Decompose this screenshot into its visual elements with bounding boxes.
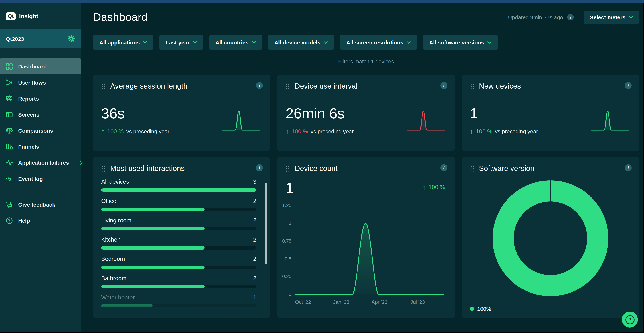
- bar-track: [101, 266, 256, 269]
- legend-label: 100%: [477, 306, 491, 312]
- y-axis-tick: 0.75: [278, 238, 292, 244]
- updated-info-icon[interactable]: i: [567, 14, 574, 21]
- card-title: Average session length: [110, 82, 188, 90]
- sidebar-divider: [0, 193, 81, 193]
- sparkline-chart: [590, 108, 630, 134]
- filter-all-countries[interactable]: All countries: [209, 35, 262, 50]
- qt-logo: Qt: [6, 13, 16, 21]
- sidebar-item-user-flows[interactable]: User flows: [0, 74, 81, 90]
- kpi-value: 1: [470, 105, 478, 122]
- window-title-bar: [0, 0, 644, 3]
- kpi-value: 36s: [101, 105, 125, 122]
- drag-handle-icon[interactable]: [101, 165, 105, 172]
- main-content: Dashboard Updated 9min 37s ago i Select …: [81, 3, 644, 332]
- sidebar-item-comparisons[interactable]: Comparisons: [0, 122, 81, 138]
- sidebar-item-label: Dashboard: [18, 63, 47, 69]
- list-item: Kitchen2: [101, 236, 256, 250]
- trend-up-icon: ↑: [423, 183, 426, 191]
- kpi-delta: ↑ 100 % vs preceding year: [286, 128, 354, 135]
- project-selector[interactable]: Qt2023: [0, 29, 81, 48]
- kpi-delta: ↑ 100 % vs preceding year: [470, 128, 538, 135]
- list-item: Water heater1: [101, 294, 256, 307]
- filter-all-screen-resolutions[interactable]: All screen resolutions: [340, 35, 417, 50]
- bar-fill: [101, 304, 152, 307]
- chevron-down-icon: [252, 41, 256, 44]
- x-axis-tick: Apr '23: [367, 299, 392, 305]
- select-meters-button[interactable]: Select meters: [584, 11, 639, 24]
- filter-all-applications[interactable]: All applications: [93, 35, 153, 50]
- sidebar-item-dashboard[interactable]: Dashboard: [0, 58, 81, 74]
- card-title: New devices: [479, 82, 521, 90]
- drag-handle-icon[interactable]: [101, 83, 105, 89]
- select-meters-label: Select meters: [590, 14, 626, 20]
- y-axis-tick: 0: [278, 291, 292, 297]
- chevron-down-icon: [629, 16, 633, 19]
- chart-legend: 100%: [470, 306, 491, 312]
- info-icon[interactable]: i: [440, 82, 447, 89]
- info-icon[interactable]: i: [625, 82, 632, 89]
- list-item: All devices3: [101, 179, 256, 192]
- x-axis-tick: Jul '23: [405, 299, 430, 305]
- sidebar-item-application-failures[interactable]: Application failures: [0, 154, 81, 171]
- donut-segment-gap: [550, 180, 550, 201]
- card-device-count: Device count i 1 ↑ 100 % 1.25 1 0.75 0.5…: [278, 157, 455, 318]
- feedback-icon: [5, 200, 13, 208]
- drag-handle-icon[interactable]: [286, 83, 290, 89]
- application-failures-icon: [5, 158, 13, 167]
- area-chart: [294, 204, 445, 296]
- bar-fill: [101, 188, 256, 192]
- filter-all-device-models[interactable]: All device models: [268, 35, 334, 50]
- sidebar-item-funnels[interactable]: Funnels: [0, 138, 81, 154]
- sidebar-item-screens[interactable]: Screens: [0, 106, 81, 122]
- bar-fill: [101, 246, 204, 250]
- info-icon[interactable]: i: [625, 164, 632, 171]
- filter-all-software-versions[interactable]: All software versions: [423, 35, 498, 50]
- gear-icon[interactable]: [67, 35, 75, 43]
- chevron-down-icon: [143, 41, 147, 44]
- dashboard-icon: [5, 62, 13, 70]
- info-icon[interactable]: i: [440, 164, 447, 171]
- filter-time-range[interactable]: Last year: [160, 35, 203, 50]
- drag-handle-icon[interactable]: [286, 165, 290, 172]
- funnels-icon: [5, 142, 13, 150]
- y-axis-tick: 0.5: [278, 256, 292, 262]
- screens-icon: [5, 110, 13, 118]
- sidebar-item-give-feedback[interactable]: Give feedback: [0, 196, 81, 212]
- kpi-delta: ↑ 100 % vs preceding year: [101, 128, 170, 135]
- updated-timestamp: Updated 9min 37s ago: [508, 14, 563, 20]
- question-mark-icon: ?: [625, 315, 634, 324]
- sidebar-item-label: Funnels: [18, 143, 39, 150]
- cards-grid: Average session length i 36s ↑ 100 % vs …: [93, 75, 639, 318]
- list-item: Living room2: [101, 217, 256, 230]
- help-floating-button[interactable]: ?: [622, 311, 638, 327]
- bar-fill: [101, 227, 204, 230]
- card-title: Device count: [295, 164, 338, 173]
- y-axis-tick: 0.25: [278, 274, 292, 279]
- sidebar-item-label: Comparisons: [18, 127, 53, 134]
- bar-track: [101, 304, 256, 307]
- x-axis-tick: Jan '23: [328, 299, 354, 305]
- sparkline-chart: [221, 108, 262, 134]
- interactions-list: All devices3 Office2 Living room2 K: [101, 179, 262, 307]
- bar-track: [101, 285, 256, 288]
- sparkline-chart: [405, 108, 446, 134]
- card-most-used-interactions: Most used interactions i All devices3 Of…: [93, 157, 270, 318]
- app-window: Qt Insight Qt2023: [0, 0, 644, 333]
- bar-fill: [101, 208, 204, 211]
- card-title: Device use interval: [295, 82, 358, 90]
- kpi-value: 1: [286, 180, 294, 196]
- drag-handle-icon[interactable]: [470, 83, 474, 89]
- list-item: Office2: [101, 198, 256, 211]
- kpi-delta: ↑ 100 %: [423, 183, 445, 191]
- event-log-icon: [5, 175, 13, 183]
- sidebar-item-event-log[interactable]: Event log: [0, 171, 81, 187]
- card-average-session-length: Average session length i 36s ↑ 100 % vs …: [93, 75, 270, 151]
- page-title: Dashboard: [93, 11, 148, 23]
- scrollbar-thumb[interactable]: [265, 183, 268, 264]
- sidebar-item-reports[interactable]: Reports: [0, 90, 81, 106]
- drag-handle-icon[interactable]: [470, 165, 474, 172]
- x-axis-tick: Oct '22: [290, 299, 316, 305]
- comparisons-icon: [5, 126, 13, 134]
- sidebar-item-label: User flows: [18, 79, 46, 85]
- sidebar-item-help[interactable]: Help: [0, 212, 81, 228]
